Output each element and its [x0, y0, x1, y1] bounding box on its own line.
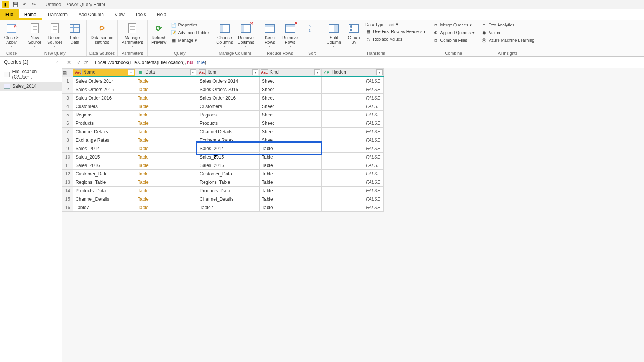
cell-kind[interactable]: Sheet	[260, 128, 322, 136]
remove-columns-button[interactable]: Remove Columns▾	[236, 21, 256, 48]
table-row[interactable]: 16Table7TableTable7TableFALSE	[62, 203, 384, 212]
row-number[interactable]: 12	[62, 170, 73, 178]
cell-data[interactable]: Table	[135, 170, 197, 178]
cell-kind[interactable]: Table	[260, 170, 322, 178]
accept-formula-icon[interactable]: ✓	[74, 58, 84, 67]
cell-hidden[interactable]: FALSE	[322, 94, 384, 102]
cell-data[interactable]: Table	[135, 195, 197, 203]
cell-item[interactable]: Sales Orders 2014	[197, 77, 260, 85]
cell-hidden[interactable]: FALSE	[322, 144, 384, 153]
cell-data[interactable]: Table	[135, 153, 197, 161]
cell-data[interactable]: Table	[135, 102, 197, 111]
tab-transform[interactable]: Transform	[42, 9, 73, 20]
cell-hidden[interactable]: FALSE	[322, 128, 384, 136]
cell-item[interactable]: Customer_Data	[197, 170, 260, 178]
table-row[interactable]: 2Sales Orders 2015TableSales Orders 2015…	[62, 85, 384, 94]
cell-name[interactable]: Sales Order 2016	[73, 94, 135, 102]
cell-name[interactable]: Customers	[73, 102, 135, 111]
manage-button[interactable]: ▦Manage ▾	[170, 37, 210, 44]
table-row[interactable]: 4CustomersTableCustomersSheetFALSE	[62, 102, 384, 111]
replace-values-button[interactable]: ½Replace Values	[365, 36, 427, 43]
cell-hidden[interactable]: FALSE	[322, 203, 384, 212]
cell-kind[interactable]: Sheet	[260, 77, 322, 85]
data-source-settings-button[interactable]: ⚙Data source settings	[89, 21, 115, 44]
column-header-kind[interactable]: ABCKind▾	[260, 69, 322, 77]
cell-hidden[interactable]: FALSE	[322, 153, 384, 161]
choose-columns-button[interactable]: Choose Columns▾	[215, 21, 234, 48]
cell-name[interactable]: Sales_2016	[73, 161, 135, 170]
formula-text[interactable]: = Excel.Workbook(File.Contents(FileLocat…	[91, 60, 206, 65]
cell-hidden[interactable]: FALSE	[322, 102, 384, 111]
cell-kind[interactable]: Sheet	[260, 119, 322, 128]
cell-name[interactable]: Customer_Data	[73, 170, 135, 178]
row-number[interactable]: 7	[62, 128, 73, 136]
table-row[interactable]: 1Sales Orders 2014TableSales Orders 2014…	[62, 77, 384, 85]
append-queries-button[interactable]: ⊕Append Queries ▾	[432, 29, 475, 36]
cancel-formula-icon[interactable]: ✕	[64, 58, 74, 67]
cell-data[interactable]: Table	[135, 187, 197, 195]
cell-data[interactable]: Table	[135, 203, 197, 212]
column-header-name[interactable]: ABCName▾	[73, 69, 135, 77]
cell-kind[interactable]: Table	[260, 161, 322, 170]
query-item-sales-2014[interactable]: Sales_2014	[0, 82, 62, 91]
cell-name[interactable]: Sales_2014	[73, 144, 135, 153]
filter-dropdown-icon[interactable]: ▾	[314, 69, 320, 75]
cell-item[interactable]: Exchange Rates	[197, 136, 260, 144]
cell-name[interactable]: Regions_Table	[73, 178, 135, 187]
cell-hidden[interactable]: FALSE	[322, 170, 384, 178]
table-row[interactable]: 14Products_DataTableProducts_DataTableFA…	[62, 187, 384, 195]
cell-name[interactable]: Exchange Rates	[73, 136, 135, 144]
cell-name[interactable]: Products	[73, 119, 135, 128]
column-header-item[interactable]: ABCItem▾	[197, 69, 260, 77]
row-number[interactable]: 10	[62, 153, 73, 161]
table-row[interactable]: 10Sales_2015TableSales_2015TableFALSE	[62, 153, 384, 161]
cell-item[interactable]: Sales_2014	[197, 144, 260, 153]
filter-dropdown-icon[interactable]: ▾	[376, 69, 383, 75]
cell-hidden[interactable]: FALSE	[322, 111, 384, 119]
cell-name[interactable]: Sales_2015	[73, 153, 135, 161]
fx-icon[interactable]: fx	[84, 60, 88, 65]
cell-hidden[interactable]: FALSE	[322, 77, 384, 85]
cell-name[interactable]: Products_Data	[73, 187, 135, 195]
cell-hidden[interactable]: FALSE	[322, 178, 384, 187]
row-number[interactable]: 13	[62, 178, 73, 187]
row-number[interactable]: 15	[62, 195, 73, 203]
cell-data[interactable]: Table	[135, 136, 197, 144]
row-number[interactable]: 4	[62, 102, 73, 111]
tab-home[interactable]: Home	[19, 9, 42, 20]
cell-name[interactable]: Channel_Details	[73, 195, 135, 203]
sort-button[interactable]	[304, 21, 320, 35]
cell-name[interactable]: Regions	[73, 111, 135, 119]
row-number[interactable]: 1	[62, 77, 73, 85]
cell-data[interactable]: Table	[135, 119, 197, 128]
table-row[interactable]: 3Sales Order 2016TableSales Order 2016Sh…	[62, 94, 384, 102]
cell-item[interactable]: Customers	[197, 102, 260, 111]
cell-kind[interactable]: Sheet	[260, 136, 322, 144]
cell-hidden[interactable]: FALSE	[322, 195, 384, 203]
column-header-data[interactable]: ▦Data↔	[135, 69, 197, 77]
cell-kind[interactable]: Table	[260, 195, 322, 203]
cell-name[interactable]: Sales Orders 2015	[73, 85, 135, 94]
cell-hidden[interactable]: FALSE	[322, 85, 384, 94]
row-number[interactable]: 14	[62, 187, 73, 195]
tab-add-column[interactable]: Add Column	[73, 9, 109, 20]
row-number[interactable]: 9	[62, 144, 73, 153]
cell-item[interactable]: Regions	[197, 111, 260, 119]
new-source-button[interactable]: New Source▾	[26, 21, 44, 48]
azure-ml-button[interactable]: ⒶAzure Machine Learning	[480, 37, 535, 44]
table-row[interactable]: 9Sales_2014TableSales_2014TableFALSE	[62, 144, 384, 153]
cell-item[interactable]: Sales Orders 2015	[197, 85, 260, 94]
enter-data-button[interactable]: Enter Data	[66, 21, 84, 44]
cell-data[interactable]: Table	[135, 94, 197, 102]
cell-item[interactable]: Products	[197, 119, 260, 128]
cell-item[interactable]: Sales_2015	[197, 153, 260, 161]
cell-kind[interactable]: Table	[260, 144, 322, 153]
filter-dropdown-icon[interactable]: ▾	[252, 69, 258, 75]
cell-name[interactable]: Sales Orders 2014	[73, 77, 135, 85]
recent-sources-button[interactable]: Recent Sources▾	[46, 21, 64, 48]
cell-data[interactable]: Table	[135, 77, 197, 85]
table-row[interactable]: 15Channel_DetailsTableChannel_DetailsTab…	[62, 195, 384, 203]
cell-data[interactable]: Table	[135, 111, 197, 119]
row-number[interactable]: 3	[62, 94, 73, 102]
properties-button[interactable]: 📄Properties	[170, 21, 210, 28]
